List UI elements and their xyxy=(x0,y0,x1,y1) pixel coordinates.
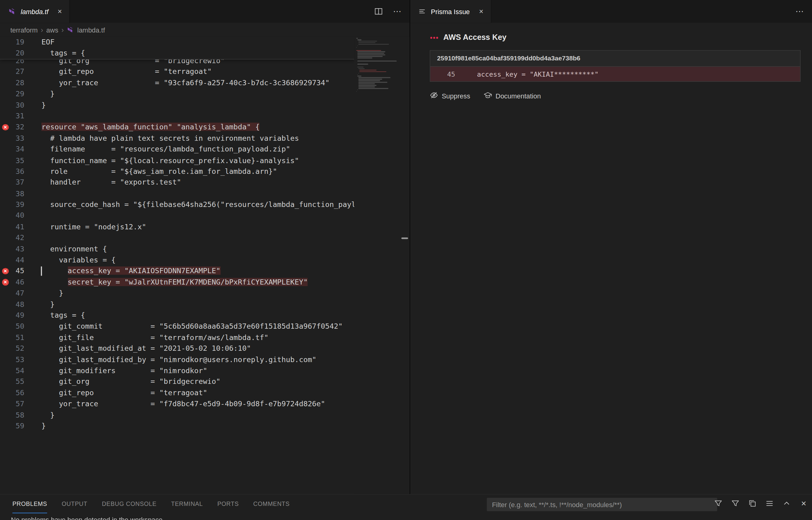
tab-prisma-issue[interactable]: Prisma Issue ✕ xyxy=(410,0,492,23)
finding-id: 25910f981e85ca04baf359199dd0bd4a3ae738b6 xyxy=(430,51,800,67)
code-line-42[interactable]: 42 xyxy=(0,232,410,243)
problems-filter-input[interactable] xyxy=(487,498,717,512)
split-editor-icon[interactable] xyxy=(373,6,384,17)
code-line-34[interactable]: 34 filename = "resources/lambda_function… xyxy=(0,144,410,155)
more-actions-icon[interactable]: ⋯ xyxy=(794,6,805,17)
code-line-44[interactable]: 44 variables = { xyxy=(0,255,410,265)
line-number: 58 xyxy=(11,410,24,421)
code-text: variables = { xyxy=(42,255,116,265)
gutter xyxy=(0,166,11,177)
code-line-41[interactable]: 41 runtime = "nodejs12.x" xyxy=(0,222,410,232)
code-text: function_name = "${local.resource_prefix… xyxy=(42,155,299,166)
code-line-27[interactable]: 27 git_repo = "terragoat" xyxy=(0,67,410,78)
line-number: 42 xyxy=(11,232,24,243)
code-line-20[interactable]: 20 tags = { xyxy=(0,48,354,59)
breadcrumb-terraform[interactable]: terraform xyxy=(10,26,38,34)
code-line-48[interactable]: 48 } xyxy=(0,299,410,310)
suppress-button[interactable]: Suppress xyxy=(430,91,470,101)
text-cursor xyxy=(41,267,42,276)
finding-code-row[interactable]: 45 access_key = "AKIAI**********" xyxy=(430,67,800,81)
code-line-47[interactable]: 47 } xyxy=(0,288,410,299)
code-editor[interactable]: 26 git_org = "bridgecrewio"27 git_repo =… xyxy=(0,37,410,494)
code-text: yor_trace = "f7d8bc47-e5d9-4b09-9d8f-e7b… xyxy=(42,398,325,410)
filter-icon[interactable] xyxy=(713,498,723,509)
gutter xyxy=(0,299,11,310)
gutter xyxy=(0,111,11,122)
line-number: 50 xyxy=(11,321,24,332)
gutter xyxy=(0,37,11,48)
code-line-57[interactable]: 57 yor_trace = "f7d8bc47-e5d9-4b09-9d8f-… xyxy=(0,398,410,410)
code-text: } xyxy=(42,299,55,310)
code-line-50[interactable]: 50 git_commit = "5c6b5d60a8aa63a5d37e60f… xyxy=(0,321,410,332)
panel-tab-terminal[interactable]: TERMINAL xyxy=(171,495,203,513)
line-number: 32 xyxy=(11,122,24,133)
code-line-38[interactable]: 38 xyxy=(0,188,410,199)
line-number: 48 xyxy=(11,299,24,310)
code-line-55[interactable]: 55 git_org = "bridgecrewio" xyxy=(0,376,410,387)
code-line-30[interactable]: 30} xyxy=(0,100,410,111)
breadcrumb-aws[interactable]: aws xyxy=(46,26,58,34)
more-actions-icon[interactable]: ⋯ xyxy=(392,6,402,17)
code-line-28[interactable]: 28 yor_trace = "93cfa6f9-a257-40c3-b7dc-… xyxy=(0,78,410,88)
filter-active-icon[interactable] xyxy=(730,498,740,509)
gutter xyxy=(0,100,11,111)
line-number: 59 xyxy=(11,421,24,432)
gutter xyxy=(0,332,11,343)
code-line-52[interactable]: 52 git_last_modified_at = "2021-05-02 10… xyxy=(0,343,410,354)
chevron-up-icon[interactable] xyxy=(781,498,792,509)
sticky-scroll[interactable]: 19EOF20 tags = { xyxy=(0,37,354,59)
close-tab-icon[interactable]: ✕ xyxy=(476,7,486,16)
editor-actions: ⋯ xyxy=(794,0,805,23)
error-marker-icon[interactable]: ✕ xyxy=(0,265,11,277)
copy-icon[interactable] xyxy=(747,498,758,509)
error-marker-icon[interactable]: ✕ xyxy=(0,277,11,288)
code-line-53[interactable]: 53 git_last_modified_by = "nimrodkor@use… xyxy=(0,354,410,365)
panel-tab-problems[interactable]: PROBLEMS xyxy=(13,495,47,513)
panel-tab-output[interactable]: OUTPUT xyxy=(62,495,88,513)
panel-tab-comments[interactable]: COMMENTS xyxy=(253,495,290,513)
code-line-35[interactable]: 35 function_name = "${local.resource_pre… xyxy=(0,155,410,166)
editor-group-right: Prisma Issue ✕ ⋯ AWS Access Key 25910f98… xyxy=(410,0,812,494)
code-line-33[interactable]: 33 # lambda have plain text secrets in e… xyxy=(0,133,410,144)
code-line-46[interactable]: ✕46 secret_key = "wJalrXUtnFEMI/K7MDENG/… xyxy=(0,277,410,288)
view-as-list-icon[interactable] xyxy=(764,498,775,509)
code-line-39[interactable]: 39 source_code_hash = "${filebase64sha25… xyxy=(0,199,410,210)
code-line-51[interactable]: 51 git_file = "terraform/aws/lambda.tf" xyxy=(0,332,410,343)
issue-title: AWS Access Key xyxy=(443,32,507,41)
error-marker-icon[interactable]: ✕ xyxy=(0,122,11,133)
line-number: 57 xyxy=(11,398,24,410)
eye-off-icon xyxy=(430,91,438,101)
code-line-56[interactable]: 56 git_repo = "terragoat" xyxy=(0,387,410,398)
close-tab-icon[interactable]: ✕ xyxy=(55,7,65,16)
code-line-40[interactable]: 40 xyxy=(0,210,410,222)
code-line-54[interactable]: 54 git_modifiers = "nimrodkor" xyxy=(0,365,410,376)
code-text: } xyxy=(42,100,46,111)
code-text: # lambda have plain text secrets in envi… xyxy=(42,133,299,144)
code-line-36[interactable]: 36 role = "${aws_iam_role.iam_for_lambda… xyxy=(0,166,410,177)
line-number: 39 xyxy=(11,199,24,210)
code-line-19[interactable]: 19EOF xyxy=(0,37,354,48)
code-line-37[interactable]: 37 handler = "exports.test" xyxy=(0,177,410,188)
close-panel-icon[interactable]: ✕ xyxy=(798,498,809,509)
code-line-32[interactable]: ✕32resource "aws_lambda_function" "analy… xyxy=(0,122,410,133)
code-line-45[interactable]: ✕45 access_key = "AKIAIOSFODNN7EXAMPLE" xyxy=(0,265,410,277)
code-text: } xyxy=(42,88,55,100)
scrollbar-handle[interactable] xyxy=(401,238,408,239)
code-line-43[interactable]: 43 environment { xyxy=(0,243,410,255)
gutter xyxy=(0,343,11,354)
code-line-31[interactable]: 31 xyxy=(0,111,410,122)
documentation-button[interactable]: Documentation xyxy=(484,91,541,101)
minimap[interactable] xyxy=(354,37,410,494)
code-line-59[interactable]: 59} xyxy=(0,421,410,432)
minimap-content xyxy=(356,38,398,92)
code-text: secret_key = "wJalrXUtnFEMI/K7MDENG/bPxR… xyxy=(42,277,308,288)
panel-tab-debug-console[interactable]: DEBUG CONSOLE xyxy=(102,495,156,513)
tab-lambda-tf[interactable]: lambda.tf ✕ xyxy=(0,0,70,23)
code-line-49[interactable]: 49 tags = { xyxy=(0,310,410,321)
breadcrumb-lambda-tf[interactable]: lambda.tf xyxy=(77,26,105,34)
code-line-29[interactable]: 29 } xyxy=(0,88,410,100)
code-line-58[interactable]: 58 } xyxy=(0,410,410,421)
code-text: git_repo = "terragoat" xyxy=(42,67,212,78)
screen: lambda.tf ✕ ⋯ terraform › aws › xyxy=(0,0,812,520)
panel-tab-ports[interactable]: PORTS xyxy=(217,495,239,513)
